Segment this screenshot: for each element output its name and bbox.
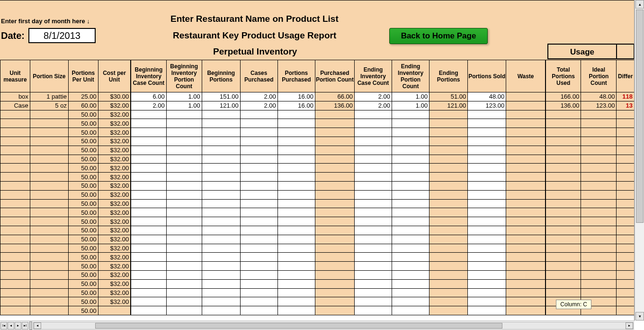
cell[interactable]: 1.00 [166, 92, 202, 101]
cell[interactable] [202, 164, 240, 173]
cell[interactable] [546, 244, 581, 253]
cell[interactable] [546, 190, 581, 199]
cell[interactable] [429, 164, 468, 173]
cell[interactable] [30, 306, 68, 315]
cell[interactable] [355, 128, 392, 137]
cell[interactable] [506, 181, 546, 190]
cell[interactable] [355, 244, 392, 253]
cell[interactable] [30, 128, 68, 137]
cell[interactable] [392, 253, 429, 262]
cell[interactable] [392, 119, 429, 128]
cell[interactable]: 50.00 [68, 181, 98, 190]
cell[interactable] [30, 146, 68, 155]
cell[interactable] [202, 199, 240, 208]
cell[interactable]: 13 [617, 101, 635, 110]
column-header[interactable]: Cost per Unit [98, 60, 131, 92]
cell[interactable] [98, 306, 131, 315]
column-header[interactable]: Purchased Portion Count [315, 60, 354, 92]
cell[interactable]: box [0, 92, 30, 101]
cell[interactable] [581, 208, 617, 217]
cell[interactable] [429, 190, 468, 199]
cell[interactable] [240, 288, 277, 297]
cell[interactable] [202, 181, 240, 190]
cell[interactable] [277, 288, 315, 297]
cell[interactable] [468, 190, 506, 199]
cell[interactable] [0, 128, 30, 137]
cell[interactable] [506, 190, 546, 199]
cell[interactable]: 1.00 [392, 101, 429, 110]
cell[interactable] [240, 128, 277, 137]
vertical-scroll-thumb[interactable] [636, 9, 644, 223]
cell[interactable] [30, 253, 68, 262]
cell[interactable] [617, 270, 635, 279]
cell[interactable]: 50.00 [68, 288, 98, 297]
cell[interactable] [240, 173, 277, 182]
cell[interactable] [202, 173, 240, 182]
cell[interactable] [392, 288, 429, 297]
cell[interactable] [240, 244, 277, 253]
cell[interactable] [315, 110, 354, 119]
cell[interactable] [240, 297, 277, 306]
cell[interactable] [30, 279, 68, 288]
cell[interactable] [581, 226, 617, 235]
cell[interactable] [355, 119, 392, 128]
cell[interactable] [617, 119, 635, 128]
cell[interactable] [202, 208, 240, 217]
cell[interactable] [546, 270, 581, 279]
cell[interactable] [392, 235, 429, 244]
cell[interactable] [202, 253, 240, 262]
cell[interactable] [392, 190, 429, 199]
cell[interactable]: 50.00 [68, 155, 98, 164]
cell[interactable] [546, 253, 581, 262]
cell[interactable]: 16.00 [277, 92, 315, 101]
cell[interactable] [131, 235, 166, 244]
cell[interactable] [30, 110, 68, 119]
cell[interactable] [30, 235, 68, 244]
cell[interactable] [617, 208, 635, 217]
cell[interactable]: 66.00 [315, 92, 354, 101]
cell[interactable] [30, 297, 68, 306]
cell[interactable] [617, 226, 635, 235]
horizontal-scrollbar[interactable]: ◂ ▸ [33, 322, 634, 330]
cell[interactable] [131, 119, 166, 128]
cell[interactable] [468, 181, 506, 190]
cell[interactable] [581, 155, 617, 164]
cell[interactable] [277, 146, 315, 155]
cell[interactable] [166, 297, 202, 306]
cell[interactable] [617, 217, 635, 226]
cell[interactable] [277, 253, 315, 262]
cell[interactable] [240, 119, 277, 128]
cell[interactable]: 50.00 [68, 226, 98, 235]
cell[interactable] [392, 146, 429, 155]
cell[interactable] [166, 208, 202, 217]
cell[interactable] [392, 137, 429, 146]
cell[interactable] [240, 306, 277, 315]
cell[interactable] [468, 235, 506, 244]
cell[interactable] [355, 262, 392, 271]
cell[interactable] [277, 137, 315, 146]
cell[interactable] [277, 173, 315, 182]
cell[interactable] [581, 110, 617, 119]
cell[interactable]: $32.00 [98, 199, 131, 208]
cell[interactable]: $30.00 [98, 92, 131, 101]
cell[interactable]: 48.00 [581, 92, 617, 101]
cell[interactable] [131, 199, 166, 208]
cell[interactable] [131, 208, 166, 217]
cell[interactable] [355, 270, 392, 279]
cell[interactable] [468, 155, 506, 164]
first-sheet-button[interactable]: I◂ [0, 322, 7, 330]
cell[interactable] [0, 288, 30, 297]
cell[interactable] [315, 297, 354, 306]
cell[interactable] [468, 306, 506, 315]
cell[interactable] [506, 155, 546, 164]
cell[interactable]: 1.00 [392, 92, 429, 101]
cell[interactable]: Case [0, 101, 30, 110]
cell[interactable] [506, 279, 546, 288]
cell[interactable] [166, 181, 202, 190]
cell[interactable] [392, 155, 429, 164]
cell[interactable] [131, 244, 166, 253]
cell[interactable] [131, 173, 166, 182]
cell[interactable] [506, 128, 546, 137]
cell[interactable] [166, 119, 202, 128]
cell[interactable] [0, 253, 30, 262]
